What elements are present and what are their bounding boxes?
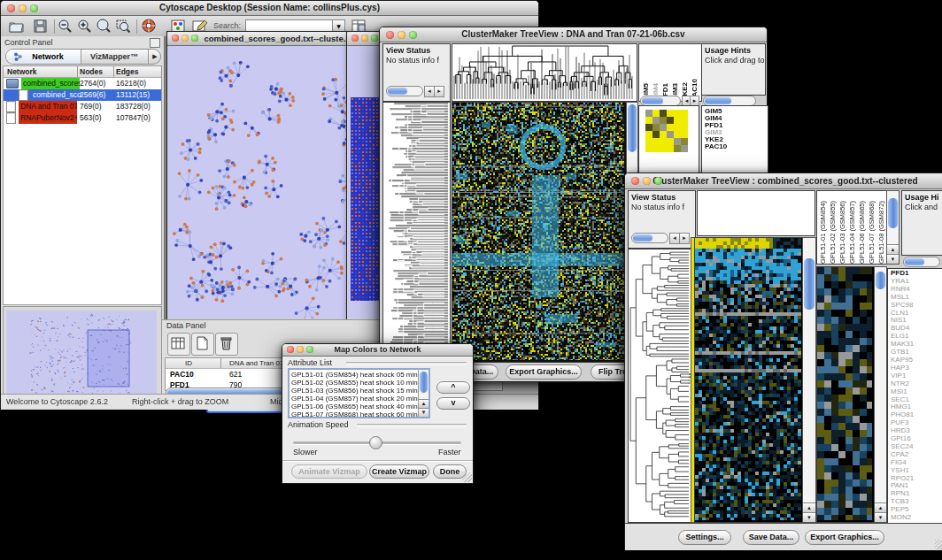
tv2-heatmap-vscroll-thumb[interactable] bbox=[804, 258, 815, 310]
close-icon[interactable] bbox=[351, 35, 359, 42]
gene-label[interactable]: PAC10 bbox=[705, 143, 768, 150]
window-controls bbox=[7, 4, 38, 12]
resize-grip[interactable] bbox=[935, 540, 942, 549]
tv2-heatmap-vscrollbar[interactable]: ▴ ▾ bbox=[802, 237, 816, 523]
attribute-item[interactable]: GPL51-01 (GSM854) heat shock 05 min bbox=[291, 371, 427, 379]
network-row[interactable]: combined_scores_2764(0)16218(0) bbox=[4, 78, 161, 89]
tab-vizmapper[interactable]: VizMapper™ bbox=[81, 50, 147, 64]
minimize-icon[interactable] bbox=[297, 346, 304, 353]
minimize-icon[interactable] bbox=[361, 35, 368, 42]
tv1-button-export-graphics-[interactable]: Export Graphics... bbox=[506, 364, 582, 380]
zoom-icon[interactable] bbox=[191, 35, 198, 42]
dialog-titlebar[interactable]: Map Colors to Network bbox=[282, 344, 473, 357]
select-attributes-icon[interactable] bbox=[167, 333, 190, 356]
close-icon[interactable] bbox=[172, 35, 179, 42]
zoom-in-icon[interactable] bbox=[75, 18, 94, 35]
attribute-list-vscroll-thumb[interactable] bbox=[420, 372, 428, 393]
view-status-scrollbar[interactable] bbox=[386, 86, 423, 96]
tv2-button-settings-[interactable]: Settings... bbox=[678, 530, 731, 545]
cytoscape-titlebar[interactable]: Cytoscape Desktop (Session Name: collins… bbox=[1, 1, 538, 16]
network-row[interactable]: DNA and Tran 07769(0)183728(0) bbox=[4, 101, 161, 112]
open-session-icon[interactable] bbox=[7, 18, 26, 35]
scroll-right-icon[interactable]: ▸ bbox=[679, 233, 690, 244]
network-row[interactable]: RNAPuberNov2+563(0)107847(0) bbox=[4, 112, 161, 124]
network-view-2-controls bbox=[351, 35, 378, 42]
network-overview-canvas[interactable] bbox=[6, 311, 157, 403]
tv2-zoom-heatmap[interactable] bbox=[816, 266, 875, 523]
attribute-item[interactable]: GPL51-02 (GSM855) heat shock 10 min bbox=[291, 379, 427, 387]
tab-network[interactable]: Network bbox=[6, 50, 81, 64]
dialog-button-create-vizmap[interactable]: Create Vizmap bbox=[369, 464, 429, 479]
attribute-listbox[interactable]: GPL51-01 (GSM854) heat shock 05 minGPL51… bbox=[288, 368, 430, 418]
float-panel-icon[interactable] bbox=[150, 38, 160, 48]
move-up-button[interactable]: ^ bbox=[436, 381, 470, 394]
window-title: Cytoscape Desktop (Session Name: collins… bbox=[159, 3, 380, 12]
view-status-scrollbar[interactable] bbox=[631, 233, 668, 243]
scroll-up-icon[interactable]: ▴ bbox=[803, 502, 815, 512]
save-session-icon[interactable] bbox=[31, 18, 50, 35]
matrix-cell bbox=[660, 117, 667, 124]
attribute-item[interactable]: GPL51-06 (GSM865) heat shock 40 min bbox=[291, 403, 427, 410]
tv1-row-dendrogram[interactable] bbox=[382, 102, 451, 363]
zoom-icon[interactable] bbox=[30, 4, 38, 12]
tv1-heatmap[interactable] bbox=[452, 102, 627, 363]
close-icon[interactable] bbox=[631, 177, 639, 185]
speed-slider-thumb[interactable] bbox=[369, 436, 382, 449]
attribute-item[interactable]: GPL51-04 (GSM857) heat shock 20 min bbox=[291, 395, 427, 403]
tv2-button-save-data-[interactable]: Save Data... bbox=[743, 530, 799, 545]
close-icon[interactable] bbox=[386, 31, 394, 39]
network-edges: 107847(0) bbox=[116, 112, 151, 124]
zoom-icon[interactable] bbox=[654, 177, 662, 185]
move-down-button[interactable]: v bbox=[436, 397, 470, 410]
new-attribute-icon[interactable] bbox=[191, 333, 214, 356]
gene-label[interactable]: MON2 bbox=[891, 514, 942, 522]
network-row[interactable]: combined_sco2569(6)13112(15) bbox=[4, 89, 161, 101]
minimize-icon[interactable] bbox=[643, 177, 651, 185]
scroll-up-icon[interactable]: ▴ bbox=[875, 502, 886, 512]
scroll-down-icon[interactable]: ▾ bbox=[875, 512, 886, 522]
treeview1-titlebar[interactable]: ClusterMaker TreeView : DNA and Tran 07-… bbox=[380, 27, 767, 42]
attribute-item[interactable]: GPL51-03 (GSM856) heat shock 15 min bbox=[291, 387, 427, 395]
tv1-col-dendrogram[interactable] bbox=[452, 43, 637, 102]
matrix-cell bbox=[660, 124, 667, 131]
minimize-icon[interactable] bbox=[19, 4, 27, 12]
tv2-heatmap[interactable] bbox=[694, 237, 804, 523]
delete-attribute-icon[interactable] bbox=[215, 333, 238, 356]
tv1-usage-hints: Usage Hints Click and drag to bbox=[701, 43, 766, 96]
status-zoom-hint: Right-click + drag to ZOOM bbox=[132, 395, 228, 409]
close-icon[interactable] bbox=[7, 4, 15, 12]
zoom-icon[interactable] bbox=[371, 35, 378, 42]
scroll-right-icon[interactable]: ▸ bbox=[434, 86, 444, 97]
tv2-zoom-vscroll-thumb[interactable] bbox=[876, 272, 885, 289]
scroll-down-icon[interactable]: ▾ bbox=[803, 512, 815, 522]
scroll-up-icon[interactable]: ▴ bbox=[419, 399, 429, 408]
usage-hints-title: Usage Hints bbox=[702, 44, 765, 55]
tv2-usage-scrollbar[interactable] bbox=[903, 257, 940, 267]
network-edges: 183728(0) bbox=[116, 101, 151, 112]
tv2-col-dendrogram[interactable] bbox=[697, 190, 815, 236]
minimize-icon[interactable] bbox=[181, 35, 189, 42]
scroll-down-icon[interactable]: ▾ bbox=[419, 408, 429, 417]
tv2-row-dendrogram[interactable] bbox=[628, 249, 693, 523]
tv2-zoom-vscrollbar[interactable]: ▴ ▾ bbox=[874, 266, 887, 523]
attribute-item[interactable]: GPL51-07 (GSM868) heat shock 60 min bbox=[291, 410, 427, 418]
tv2-labels-vscroll-thumb[interactable] bbox=[888, 198, 898, 228]
treeview2-titlebar[interactable]: ClusterMaker TreeView : combined_scores_… bbox=[625, 173, 942, 189]
minimize-icon[interactable] bbox=[398, 31, 405, 39]
zoom-out-icon[interactable] bbox=[56, 18, 74, 35]
tv2-button-export-graphics-[interactable]: Export Graphics... bbox=[805, 530, 884, 545]
tab-overflow-arrow[interactable]: ▶ bbox=[148, 50, 161, 64]
zoom-fit-icon[interactable] bbox=[95, 18, 113, 35]
zoom-icon[interactable] bbox=[409, 31, 417, 39]
resize-grip[interactable] bbox=[462, 472, 472, 482]
tv2-labels-vscrollbar[interactable]: ▴ ▾ bbox=[886, 190, 900, 265]
zoom-icon[interactable] bbox=[306, 346, 313, 353]
close-icon[interactable] bbox=[287, 346, 294, 353]
zoom-selected-icon[interactable] bbox=[114, 18, 133, 35]
help-lifering-icon[interactable] bbox=[140, 18, 158, 35]
tv1-heatmap-vscroll-thumb[interactable] bbox=[628, 104, 637, 152]
attribute-list-label: Attribute List bbox=[288, 358, 332, 367]
attribute-list-vscrollbar[interactable]: ▴ ▾ bbox=[418, 370, 429, 417]
scroll-down-icon[interactable]: ▾ bbox=[887, 254, 899, 264]
scroll-up-icon[interactable]: ▴ bbox=[887, 244, 899, 254]
